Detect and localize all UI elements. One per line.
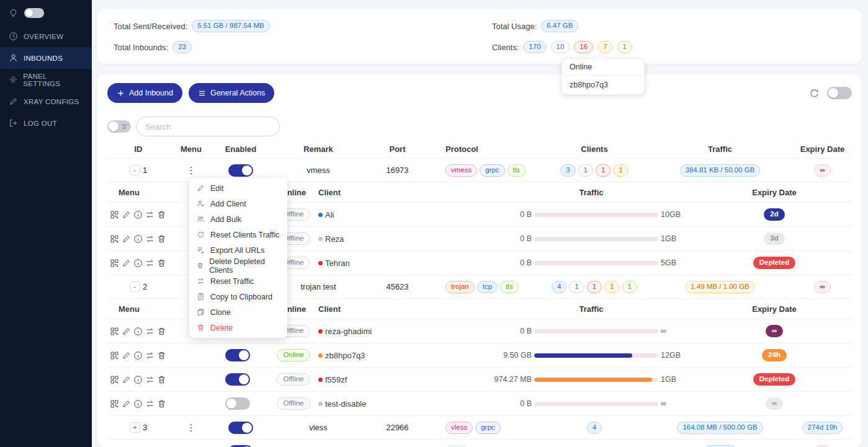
funnel-icon [121, 123, 128, 130]
inbound-enabled-toggle[interactable] [228, 164, 253, 177]
menu-item-copy-to-clipboard[interactable]: Copy to Clipboard [192, 289, 285, 304]
row-menu-button[interactable]: ⋮ [183, 423, 200, 432]
sidebar-item-inbounds[interactable]: INBOUNDS [0, 47, 92, 69]
info-button[interactable] [133, 259, 143, 268]
menu-item-edit[interactable]: Edit [192, 180, 285, 196]
client-name: zb8hpo7q3 [325, 351, 365, 360]
client-name: Ali [325, 210, 334, 219]
reset-traffic-button[interactable] [145, 399, 154, 409]
traffic-used: 0 B [493, 234, 532, 243]
client-status-dot [318, 261, 323, 265]
edit-client-button[interactable] [122, 259, 131, 268]
menu-item-add-bulk[interactable]: Add Bulk [192, 211, 285, 227]
info-button[interactable] [133, 327, 143, 336]
edit-client-button[interactable] [122, 375, 131, 384]
reset-traffic-button[interactable] [145, 259, 154, 268]
menu-item-delete-depleted-clients[interactable]: Delete Depleted Clients [192, 258, 285, 273]
reset-traffic-button[interactable] [145, 327, 154, 336]
client-expiry-badge: 2d [764, 208, 784, 221]
general-actions-button[interactable]: General Actions [189, 83, 274, 103]
delete-client-button[interactable] [157, 351, 166, 360]
collapse-row-button[interactable]: - [130, 281, 140, 292]
sidebar-item-panel-settings[interactable]: PANEL SETTINGS [0, 69, 92, 91]
info-button[interactable] [133, 375, 143, 384]
qr-code-button[interactable] [110, 399, 119, 409]
inbound-port: 16973 [386, 166, 408, 175]
menu-item-clone[interactable]: Clone [192, 304, 285, 320]
info-button[interactable] [133, 351, 143, 360]
info-button[interactable] [133, 234, 143, 244]
info-button[interactable] [133, 399, 143, 409]
collapse-row-button[interactable]: - [130, 165, 140, 175]
client-enabled-toggle[interactable] [225, 349, 250, 361]
qr-code-button[interactable] [110, 259, 119, 268]
online-status-badge: Online [277, 349, 310, 361]
client-enabled-toggle[interactable] [225, 373, 250, 386]
menu-item-export-all-urls[interactable]: Export All URLs [192, 242, 285, 258]
theme-toggle[interactable] [24, 8, 44, 18]
client-status-dot [318, 378, 323, 382]
traffic-limit: ∞ [661, 399, 689, 408]
client-status-dot [318, 353, 323, 358]
info-button[interactable] [133, 210, 143, 219]
traffic-limit: 10GB [661, 210, 689, 219]
plus-icon [117, 89, 125, 97]
edit-client-button[interactable] [122, 234, 131, 244]
general-actions-label: General Actions [210, 89, 265, 97]
header-id: ID [135, 144, 143, 154]
delete-client-button[interactable] [157, 375, 166, 384]
menu-item-add-client[interactable]: Add Client [192, 196, 285, 211]
delete-client-button[interactable] [157, 327, 166, 336]
qr-code-button[interactable] [110, 327, 119, 336]
search-input[interactable] [136, 117, 280, 136]
sidebar-item-xray-configs[interactable]: XRAY CONFIGS [0, 91, 92, 112]
filter-toggle[interactable] [107, 120, 131, 133]
dashboard-icon [9, 32, 18, 41]
header-menu: Menu [181, 144, 202, 154]
refresh-button[interactable] [809, 88, 820, 99]
traffic-badge: 0 B / ∞ [704, 445, 736, 447]
delete-client-button[interactable] [157, 234, 166, 244]
qr-code-button[interactable] [110, 234, 119, 244]
inbound-enabled-toggle[interactable] [228, 422, 253, 434]
sidebar-item-overview[interactable]: OVERVIEW [0, 25, 92, 47]
inbound-enabled-toggle[interactable] [228, 445, 253, 447]
reset-traffic-button[interactable] [145, 351, 154, 360]
edit-client-button[interactable] [122, 210, 131, 219]
sidebar-item-log-out[interactable]: LOG OUT [0, 112, 92, 134]
row-menu-button[interactable]: ⋮ [183, 166, 200, 175]
menu-item-delete[interactable]: Delete [192, 320, 285, 335]
traffic-limit: ∞ [661, 327, 689, 335]
add-inbound-button[interactable]: Add Inbound [107, 83, 182, 103]
delete-client-button[interactable] [157, 210, 166, 219]
expand-row-button[interactable]: + [130, 422, 140, 433]
edit-client-button[interactable] [122, 327, 131, 336]
clients-count-expiring: 7 [597, 41, 612, 53]
menu-item-reset-clients-traffic[interactable]: Reset Clients Traffic [192, 227, 285, 242]
clients-count-online[interactable]: 1 [617, 41, 632, 53]
sent-received-label: Total Sent/Received: [114, 22, 187, 31]
sidebar-nav: OVERVIEW INBOUNDS PANEL SETTINGS XRAY CO… [0, 25, 92, 134]
qr-code-button[interactable] [110, 210, 119, 219]
clients-count-badge: 1 [569, 281, 584, 293]
client-name: Reza [325, 234, 344, 244]
qr-code-button[interactable] [110, 375, 119, 384]
edit-client-button[interactable] [122, 399, 131, 409]
reset-traffic-button[interactable] [145, 210, 154, 219]
total-inbounds-value: 23 [172, 41, 192, 53]
sent-received-value: 5.51 GB / 987.54 MB [192, 20, 269, 32]
edit-client-button[interactable] [122, 351, 131, 360]
bulb-icon [9, 9, 18, 18]
auto-refresh-toggle[interactable] [827, 87, 852, 99]
clients-count-depleted: 16 [574, 41, 593, 53]
reset-traffic-button[interactable] [145, 375, 154, 384]
clients-label: Clients: [492, 43, 519, 52]
traffic-progress-bar [534, 261, 658, 265]
reset-traffic-button[interactable] [145, 234, 154, 244]
client-enabled-toggle[interactable] [225, 397, 250, 410]
clients-count-badge: 4 [552, 281, 566, 293]
qr-code-button[interactable] [110, 351, 119, 360]
delete-client-button[interactable] [157, 259, 166, 268]
menu-item-reset-traffic[interactable]: Reset Traffic [192, 273, 285, 289]
delete-client-button[interactable] [157, 399, 166, 409]
